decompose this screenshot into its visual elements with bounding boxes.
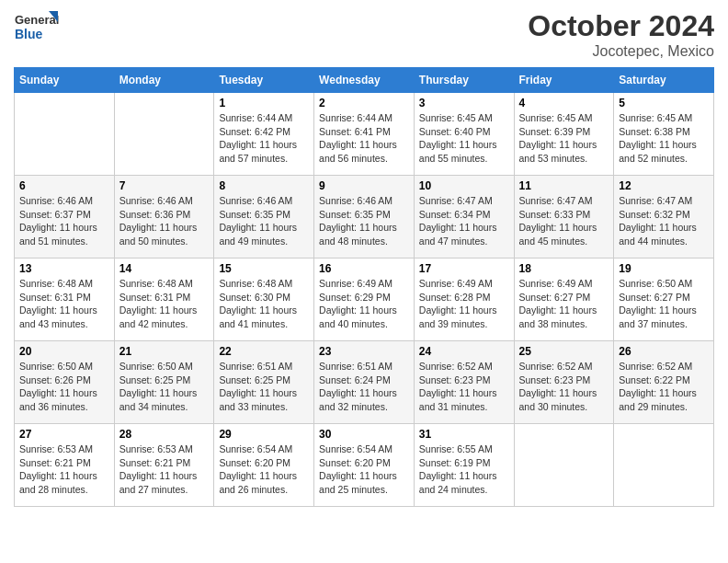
day-info: Sunrise: 6:50 AM Sunset: 6:26 PM Dayligh… [19, 360, 109, 414]
day-info: Sunrise: 6:47 AM Sunset: 6:32 PM Dayligh… [619, 194, 709, 248]
day-info: Sunrise: 6:45 AM Sunset: 6:38 PM Dayligh… [619, 111, 709, 166]
calendar-cell: 5Sunrise: 6:45 AM Sunset: 6:38 PM Daylig… [614, 93, 714, 176]
day-number: 31 [419, 428, 509, 441]
day-number: 2 [319, 97, 409, 109]
calendar-cell: 30Sunrise: 6:54 AM Sunset: 6:20 PM Dayli… [314, 424, 415, 507]
calendar-cell: 15Sunrise: 6:48 AM Sunset: 6:30 PM Dayli… [214, 259, 314, 341]
week-row-3: 13Sunrise: 6:48 AM Sunset: 6:31 PM Dayli… [15, 259, 714, 341]
day-number: 10 [419, 179, 509, 192]
day-info: Sunrise: 6:55 AM Sunset: 6:19 PM Dayligh… [419, 442, 509, 497]
page-header: General Blue October 2024 Jocotepec, Mex… [14, 9, 714, 60]
day-info: Sunrise: 6:50 AM Sunset: 6:27 PM Dayligh… [619, 277, 709, 331]
day-number: 25 [519, 345, 609, 358]
weekday-monday: Monday [114, 68, 214, 93]
day-info: Sunrise: 6:44 AM Sunset: 6:42 PM Dayligh… [219, 111, 309, 166]
day-number: 22 [219, 345, 309, 358]
location: Jocotepec, Mexico [528, 43, 714, 60]
calendar-cell: 11Sunrise: 6:47 AM Sunset: 6:33 PM Dayli… [514, 176, 614, 259]
calendar-cell: 7Sunrise: 6:46 AM Sunset: 6:36 PM Daylig… [114, 176, 214, 259]
calendar-cell: 20Sunrise: 6:50 AM Sunset: 6:26 PM Dayli… [15, 341, 115, 424]
calendar-cell: 19Sunrise: 6:50 AM Sunset: 6:27 PM Dayli… [614, 259, 714, 341]
week-row-1: 1Sunrise: 6:44 AM Sunset: 6:42 PM Daylig… [15, 93, 714, 176]
day-number: 14 [119, 262, 210, 275]
day-number: 21 [119, 345, 210, 358]
weekday-saturday: Saturday [614, 68, 714, 93]
day-number: 11 [519, 179, 609, 192]
day-info: Sunrise: 6:54 AM Sunset: 6:20 PM Dayligh… [319, 442, 409, 497]
day-info: Sunrise: 6:44 AM Sunset: 6:41 PM Dayligh… [319, 111, 409, 166]
calendar-cell: 27Sunrise: 6:53 AM Sunset: 6:21 PM Dayli… [15, 424, 115, 507]
day-info: Sunrise: 6:47 AM Sunset: 6:33 PM Dayligh… [519, 194, 609, 248]
svg-text:Blue: Blue [15, 27, 43, 41]
calendar-cell [114, 93, 214, 176]
day-info: Sunrise: 6:50 AM Sunset: 6:25 PM Dayligh… [119, 360, 210, 414]
weekday-sunday: Sunday [15, 68, 115, 93]
calendar-cell [514, 424, 614, 507]
day-number: 18 [519, 262, 609, 275]
day-info: Sunrise: 6:53 AM Sunset: 6:21 PM Dayligh… [119, 442, 210, 497]
calendar-cell: 17Sunrise: 6:49 AM Sunset: 6:28 PM Dayli… [414, 259, 514, 341]
week-row-4: 20Sunrise: 6:50 AM Sunset: 6:26 PM Dayli… [15, 341, 714, 424]
day-info: Sunrise: 6:48 AM Sunset: 6:30 PM Dayligh… [219, 277, 309, 331]
week-row-5: 27Sunrise: 6:53 AM Sunset: 6:21 PM Dayli… [15, 424, 714, 507]
title-block: October 2024 Jocotepec, Mexico [528, 9, 714, 60]
weekday-friday: Friday [514, 68, 614, 93]
day-info: Sunrise: 6:52 AM Sunset: 6:23 PM Dayligh… [419, 360, 509, 414]
calendar-cell: 13Sunrise: 6:48 AM Sunset: 6:31 PM Dayli… [15, 259, 115, 341]
day-info: Sunrise: 6:48 AM Sunset: 6:31 PM Dayligh… [119, 277, 210, 331]
weekday-wednesday: Wednesday [314, 68, 415, 93]
day-info: Sunrise: 6:46 AM Sunset: 6:35 PM Dayligh… [319, 194, 409, 248]
logo: General Blue [14, 9, 60, 48]
weekday-tuesday: Tuesday [214, 68, 314, 93]
day-number: 16 [319, 262, 409, 275]
calendar-cell: 2Sunrise: 6:44 AM Sunset: 6:41 PM Daylig… [314, 93, 415, 176]
day-number: 15 [219, 262, 309, 275]
day-number: 4 [519, 97, 609, 109]
day-info: Sunrise: 6:49 AM Sunset: 6:28 PM Dayligh… [419, 277, 509, 331]
week-row-2: 6Sunrise: 6:46 AM Sunset: 6:37 PM Daylig… [15, 176, 714, 259]
calendar-cell: 22Sunrise: 6:51 AM Sunset: 6:25 PM Dayli… [214, 341, 314, 424]
day-info: Sunrise: 6:46 AM Sunset: 6:36 PM Dayligh… [119, 194, 210, 248]
calendar-cell: 3Sunrise: 6:45 AM Sunset: 6:40 PM Daylig… [414, 93, 514, 176]
day-info: Sunrise: 6:52 AM Sunset: 6:22 PM Dayligh… [619, 360, 709, 414]
day-number: 19 [619, 262, 709, 275]
day-number: 24 [419, 345, 509, 358]
day-number: 17 [419, 262, 509, 275]
day-info: Sunrise: 6:49 AM Sunset: 6:27 PM Dayligh… [519, 277, 609, 331]
calendar-cell: 23Sunrise: 6:51 AM Sunset: 6:24 PM Dayli… [314, 341, 415, 424]
day-info: Sunrise: 6:46 AM Sunset: 6:37 PM Dayligh… [19, 194, 109, 248]
calendar-cell: 21Sunrise: 6:50 AM Sunset: 6:25 PM Dayli… [114, 341, 214, 424]
day-info: Sunrise: 6:45 AM Sunset: 6:40 PM Dayligh… [419, 111, 509, 166]
logo-svg: General Blue [14, 9, 60, 48]
calendar-cell: 10Sunrise: 6:47 AM Sunset: 6:34 PM Dayli… [414, 176, 514, 259]
day-number: 6 [19, 179, 109, 192]
day-number: 26 [619, 345, 709, 358]
day-number: 5 [619, 97, 709, 109]
day-number: 7 [119, 179, 210, 192]
day-number: 8 [219, 179, 309, 192]
day-info: Sunrise: 6:46 AM Sunset: 6:35 PM Dayligh… [219, 194, 309, 248]
day-number: 30 [319, 428, 409, 441]
calendar-cell: 1Sunrise: 6:44 AM Sunset: 6:42 PM Daylig… [214, 93, 314, 176]
day-info: Sunrise: 6:45 AM Sunset: 6:39 PM Dayligh… [519, 111, 609, 166]
calendar-cell: 25Sunrise: 6:52 AM Sunset: 6:23 PM Dayli… [514, 341, 614, 424]
day-info: Sunrise: 6:47 AM Sunset: 6:34 PM Dayligh… [419, 194, 509, 248]
calendar-cell: 16Sunrise: 6:49 AM Sunset: 6:29 PM Dayli… [314, 259, 415, 341]
calendar-cell: 31Sunrise: 6:55 AM Sunset: 6:19 PM Dayli… [414, 424, 514, 507]
calendar-cell: 14Sunrise: 6:48 AM Sunset: 6:31 PM Dayli… [114, 259, 214, 341]
month-title: October 2024 [528, 9, 714, 43]
calendar-cell [15, 93, 115, 176]
calendar-cell: 8Sunrise: 6:46 AM Sunset: 6:35 PM Daylig… [214, 176, 314, 259]
calendar-cell: 9Sunrise: 6:46 AM Sunset: 6:35 PM Daylig… [314, 176, 415, 259]
calendar-cell: 6Sunrise: 6:46 AM Sunset: 6:37 PM Daylig… [15, 176, 115, 259]
calendar-cell: 26Sunrise: 6:52 AM Sunset: 6:22 PM Dayli… [614, 341, 714, 424]
day-info: Sunrise: 6:51 AM Sunset: 6:25 PM Dayligh… [219, 360, 309, 414]
day-info: Sunrise: 6:48 AM Sunset: 6:31 PM Dayligh… [19, 277, 109, 331]
day-number: 29 [219, 428, 309, 441]
day-info: Sunrise: 6:51 AM Sunset: 6:24 PM Dayligh… [319, 360, 409, 414]
day-info: Sunrise: 6:53 AM Sunset: 6:21 PM Dayligh… [19, 442, 109, 497]
day-number: 13 [19, 262, 109, 275]
weekday-thursday: Thursday [414, 68, 514, 93]
calendar-cell: 12Sunrise: 6:47 AM Sunset: 6:32 PM Dayli… [614, 176, 714, 259]
calendar-cell: 24Sunrise: 6:52 AM Sunset: 6:23 PM Dayli… [414, 341, 514, 424]
